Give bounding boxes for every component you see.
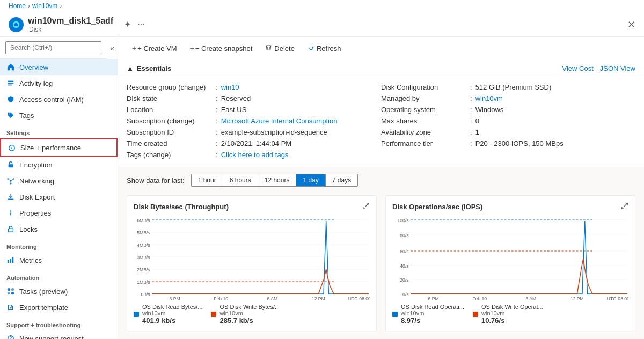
close-button[interactable]: ✕ — [627, 19, 635, 31]
svg-point-24 — [11, 288, 14, 291]
throughput-legend-read: OS Disk Read Bytes/... win10vm 401.9 kb/… — [134, 304, 202, 325]
svg-text:Feb 10: Feb 10 — [214, 296, 228, 301]
throughput-chart-header: Disk Bytes/sec (Throughput) — [134, 202, 370, 211]
svg-point-26 — [11, 292, 14, 294]
tags-change-link[interactable]: (change) — [143, 151, 171, 159]
pin-icon[interactable]: ✦ — [122, 18, 133, 31]
svg-text:12 PM: 12 PM — [570, 296, 584, 301]
delete-button[interactable]: Delete — [260, 41, 300, 55]
essentials-row-disk-state: Disk state : Reserved — [127, 93, 381, 104]
charts-row: Disk Bytes/sec (Throughput) 6MB/s 5MB/s … — [127, 195, 635, 331]
essentials-header: ▲ Essentials View Cost JSON View — [118, 60, 644, 77]
svg-rect-4 — [8, 83, 14, 84]
app-frame: Home › win10vm › win10vm_disk1_5adf Disk… — [0, 0, 644, 339]
breadcrumb-home[interactable]: Home — [9, 2, 26, 10]
time-pill-12h[interactable]: 12 hours — [258, 174, 297, 186]
sidebar-item-metrics[interactable]: Metrics — [0, 252, 118, 268]
svg-point-7 — [11, 148, 12, 149]
svg-text:2MB/s: 2MB/s — [137, 267, 150, 272]
sidebar-search-row: « — [0, 37, 118, 59]
svg-text:6 PM: 6 PM — [169, 296, 180, 301]
sidebar-item-access-control[interactable]: Access control (IAM) — [0, 91, 118, 107]
main-layout: « Overview Activity log — [0, 37, 644, 339]
resource-icon — [9, 17, 24, 32]
breadcrumb-resource[interactable]: win10vm — [32, 2, 57, 10]
tags-value-link[interactable]: Click here to add tags — [221, 151, 289, 159]
sidebar-item-properties[interactable]: Properties — [0, 205, 118, 221]
chart-icon — [6, 256, 15, 264]
essentials-row-availability-zone: Availability zone : 1 — [381, 127, 635, 138]
throughput-legend-write: OS Disk Write Bytes/... win10vm 285.7 kb… — [211, 304, 280, 325]
svg-text:80/s: 80/s — [400, 233, 409, 238]
essentials-row-time-created: Time created : 2/10/2021, 1:44:04 PM — [127, 138, 381, 149]
svg-text:20/s: 20/s — [400, 277, 409, 283]
chevron-down-icon[interactable]: ▲ — [127, 64, 134, 72]
sub-change-link[interactable]: (change) — [167, 117, 194, 125]
svg-text:0B/s: 0B/s — [141, 292, 150, 297]
sidebar-item-locks[interactable]: Locks — [0, 221, 118, 237]
content-area: + + Create VM + + Create snapshot Delete — [118, 37, 644, 339]
refresh-button[interactable]: Refresh — [302, 41, 347, 55]
svg-text:6 AM: 6 AM — [267, 296, 277, 301]
sub-value-link[interactable]: Microsoft Azure Internal Consumption — [221, 117, 338, 125]
breadcrumb-sep2: › — [60, 2, 62, 10]
rg-value-link[interactable]: win10 — [221, 83, 239, 91]
svg-text:5MB/s: 5MB/s — [137, 230, 150, 235]
sidebar-collapse-button[interactable]: « — [107, 44, 118, 53]
view-cost-link[interactable]: View Cost — [562, 64, 593, 72]
tag-icon — [6, 111, 15, 120]
svg-text:0/s: 0/s — [402, 292, 409, 297]
json-view-link[interactable]: JSON View — [600, 64, 635, 72]
sidebar-label-export-template: Export template — [19, 304, 68, 312]
sidebar-label-properties: Properties — [19, 209, 51, 217]
svg-point-17 — [10, 210, 12, 212]
sidebar-item-tags[interactable]: Tags — [0, 107, 118, 123]
gauge-icon — [8, 143, 16, 152]
sidebar-item-size-performance[interactable]: Size + performance — [0, 138, 118, 157]
iops-chart-area: 100/s 80/s 60/s 40/s 20/s 0/s — [392, 216, 628, 301]
time-pill-1d[interactable]: 1 day — [296, 174, 325, 186]
sidebar-item-overview[interactable]: Overview — [0, 59, 118, 75]
sidebar-item-disk-export[interactable]: Disk Export — [0, 189, 118, 205]
refresh-icon — [308, 44, 314, 53]
create-snapshot-button[interactable]: + + Create snapshot — [185, 41, 258, 55]
time-filter: Show data for last: 1 hour 6 hours 12 ho… — [127, 174, 635, 187]
time-pill-1h[interactable]: 1 hour — [192, 174, 223, 186]
throughput-expand-icon[interactable] — [362, 202, 370, 211]
essentials-row-location: Location : East US — [127, 104, 381, 115]
resource-subtitle: Disk — [29, 26, 113, 33]
sidebar-item-activity-log[interactable]: Activity log — [0, 75, 118, 91]
svg-point-23 — [8, 288, 10, 291]
time-pill-6h[interactable]: 6 hours — [223, 174, 258, 186]
iops-expand-icon[interactable] — [621, 202, 628, 211]
create-vm-button[interactable]: + + Create VM — [127, 41, 182, 55]
sidebar-item-export-template[interactable]: Export template — [0, 299, 118, 315]
more-icon[interactable]: ··· — [135, 18, 147, 31]
svg-text:6 PM: 6 PM — [428, 296, 438, 301]
sidebar-item-tasks[interactable]: Tasks (preview) — [0, 283, 118, 299]
sidebar-label-overview: Overview — [19, 63, 48, 71]
support-icon — [6, 334, 15, 339]
rg-change-link[interactable]: (change) — [178, 83, 206, 91]
managed-by-link[interactable]: win10vm — [475, 94, 503, 102]
sidebar-item-encryption[interactable]: Encryption — [0, 157, 118, 173]
sidebar-section-support: Support + troubleshooting — [0, 315, 118, 330]
iops-legend-read: OS Disk Read Operati... win10vm 8.97/s — [392, 304, 464, 325]
trash-icon — [265, 44, 272, 53]
svg-text:40/s: 40/s — [400, 263, 409, 269]
essentials-row-tags: Tags (change) : Click here to add tags — [127, 149, 381, 160]
search-input[interactable] — [5, 41, 101, 54]
top-bar: win10vm_disk1_5adf Disk ✦ ··· ✕ — [0, 12, 644, 37]
sidebar-item-new-support[interactable]: New support request — [0, 330, 118, 339]
time-pill-7d[interactable]: 7 days — [326, 174, 357, 186]
breadcrumb-sep1: › — [28, 2, 30, 10]
svg-text:60/s: 60/s — [400, 249, 409, 254]
toolbar: + + Create VM + + Create snapshot Delete — [118, 37, 644, 60]
throughput-svg: 6MB/s 5MB/s 4MB/s 3MB/s 2MB/s 1MB/s 0B/s — [134, 216, 370, 301]
throughput-chart-title: Disk Bytes/sec (Throughput) — [134, 203, 229, 211]
svg-rect-8 — [9, 164, 13, 167]
throughput-read-color — [134, 312, 139, 317]
throughput-chart-footer: OS Disk Read Bytes/... win10vm 401.9 kb/… — [134, 304, 370, 325]
sidebar-item-networking[interactable]: Networking — [0, 173, 118, 189]
sidebar-label-disk-export: Disk Export — [19, 193, 55, 201]
